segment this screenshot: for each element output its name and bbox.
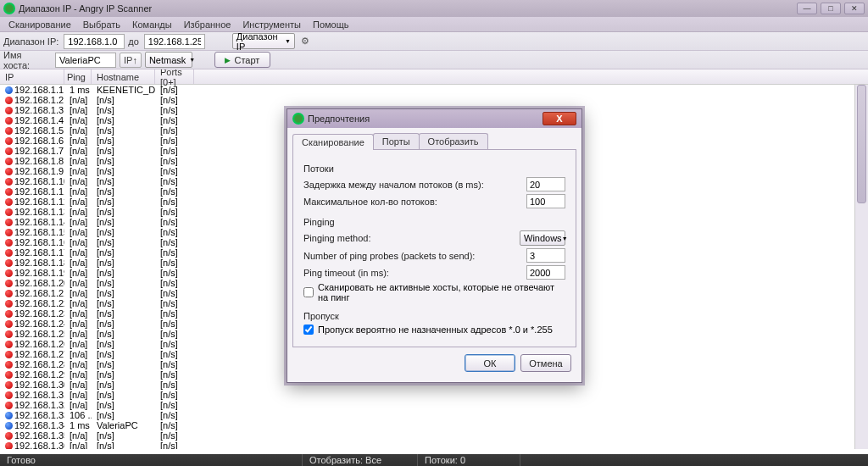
netmask-combo-label: Netmask [149,55,186,65]
feeder-combo[interactable]: Диапазон IP▼ [232,33,295,49]
delay-input[interactable] [526,177,565,191]
ping-method-combo[interactable]: Windows▼ [520,230,565,246]
netmask-combo[interactable]: Netmask▼ [145,52,192,68]
cell-ports: [n/s] [155,85,194,95]
menu-help[interactable]: Помощь [308,18,354,31]
table-row[interactable]: 192.168.1.341 msValeriaPC[n/s] [0,420,868,430]
ip-to-input[interactable] [144,34,205,49]
menu-scan[interactable]: Сканирование [3,18,76,31]
cell-ports: [n/s] [155,288,194,298]
gear-icon[interactable]: ⚙ [298,35,312,48]
minimize-button[interactable]: — [797,3,817,14]
range-label: Диапазон IP: [3,36,58,47]
cell-ip: 192.168.1.16 [14,237,64,247]
status-dot-icon [5,249,13,257]
table-row[interactable]: 192.168.1.33106 ...[n/s][n/s] [0,410,868,420]
feeder-combo-label: Диапазон IP [236,31,281,52]
cell-ports: [n/s] [155,247,194,258]
cell-ping: [n/a] [64,146,92,156]
cell-hostname: [n/s] [92,400,155,410]
cell-ip: 192.168.1.26 [14,339,64,349]
cell-ip: 192.168.1.33 [14,410,64,420]
tab-display[interactable]: Отобразить [419,133,488,149]
hostname-input[interactable] [55,53,116,68]
ip-up-button[interactable]: IP↑ [120,53,142,68]
ip-from-input[interactable] [64,34,125,49]
status-dot-icon [5,127,13,135]
menu-commands[interactable]: Команды [127,18,177,31]
cell-ip: 192.168.1.28 [14,359,64,369]
dialog-titlebar[interactable]: Предпочтения X [287,109,581,128]
app-icon [3,3,15,14]
cell-ping: [n/a] [64,258,92,268]
cell-ports: [n/s] [155,207,194,217]
cell-ping: [n/a] [64,278,92,288]
cell-ip: 192.168.1.8 [14,156,64,166]
menu-favorites[interactable]: Избранное [179,18,236,31]
status-dot-icon [5,361,13,369]
skip-broadcast-checkbox[interactable] [303,325,314,335]
ok-button[interactable]: ОК [465,354,515,372]
tab-scanning[interactable]: Сканирование [292,134,374,150]
cell-hostname: [n/s] [92,390,155,400]
cell-ping: [n/a] [64,298,92,308]
close-button[interactable]: ✕ [844,3,865,14]
scrollbar-thumb[interactable] [857,85,866,203]
cell-hostname: [n/s] [92,247,155,258]
cell-ports: [n/s] [155,298,194,308]
cell-ping: [n/a] [64,308,92,319]
cell-ip: 192.168.1.7 [14,146,64,156]
start-button[interactable]: Старт [214,52,270,68]
cell-ports: [n/s] [155,115,194,125]
col-ports[interactable]: Ports [0+] [155,69,194,84]
cell-hostname: [n/s] [92,105,155,115]
status-dot-icon [5,310,13,318]
ping-timeout-input[interactable] [526,265,565,280]
status-dot-icon [5,188,13,196]
menu-bar: Сканирование Выбрать Команды Избранное И… [0,17,868,32]
col-ip[interactable]: IP [0,69,64,84]
status-dot-icon [5,402,13,409]
cell-ip: 192.168.1.21 [14,288,64,298]
cell-ip: 192.168.1.35 [14,430,64,441]
cell-ports: [n/s] [155,146,194,156]
table-row[interactable]: 192.168.1.31[n/a][n/s][n/s] [0,390,868,400]
vertical-scrollbar[interactable] [854,85,868,449]
scan-dead-checkbox-row[interactable]: Сканировать не активные хосты, которые н… [303,282,565,302]
scan-dead-checkbox[interactable] [303,287,314,297]
table-row[interactable]: 192.168.1.36[n/a][n/s][n/s] [0,441,868,449]
max-threads-label: Максимальное кол-во потоков: [303,197,521,207]
table-row[interactable]: 192.168.1.32[n/a][n/s][n/s] [0,400,868,410]
table-row[interactable]: 192.168.1.2[n/a][n/s][n/s] [0,95,868,105]
dialog-close-button[interactable]: X [542,112,576,125]
menu-select[interactable]: Выбрать [78,18,125,31]
cell-ping: 1 ms [64,420,92,430]
skip-broadcast-label: Пропуск вероятно не назначенных адресов … [318,325,553,335]
cell-hostname: [n/s] [92,380,155,390]
tab-ports[interactable]: Порты [373,133,420,149]
cell-ping: [n/a] [64,400,92,410]
cell-hostname: [n/s] [92,349,155,359]
col-ping[interactable]: Ping [64,69,92,84]
maximize-button[interactable]: □ [821,3,841,14]
cell-ping: [n/a] [64,227,92,237]
cell-ip: 192.168.1.15 [14,227,64,237]
cell-ports: [n/s] [155,380,194,390]
ping-probes-input[interactable] [526,248,565,263]
table-row[interactable]: 192.168.1.11 msKEENETIC_DSL[n/s] [0,85,868,95]
menu-tools[interactable]: Инструменты [237,18,306,31]
cell-ip: 192.168.1.14 [14,217,64,227]
col-hostname[interactable]: Hostname [92,69,155,84]
status-display: Отобразить: Все [303,455,417,465]
cell-ping: [n/a] [64,319,92,329]
status-dot-icon [5,280,13,287]
ping-method-value: Windows [524,233,562,243]
cancel-button[interactable]: Отмена [520,354,571,372]
table-row[interactable]: 192.168.1.35[n/a][n/s][n/s] [0,430,868,441]
cell-ports: [n/s] [155,125,194,136]
status-dot-icon [5,412,13,419]
cell-ip: 192.168.1.19 [14,268,64,278]
skip-broadcast-checkbox-row[interactable]: Пропуск вероятно не назначенных адресов … [303,325,565,335]
cell-ports: [n/s] [155,278,194,288]
max-threads-input[interactable] [526,194,565,208]
